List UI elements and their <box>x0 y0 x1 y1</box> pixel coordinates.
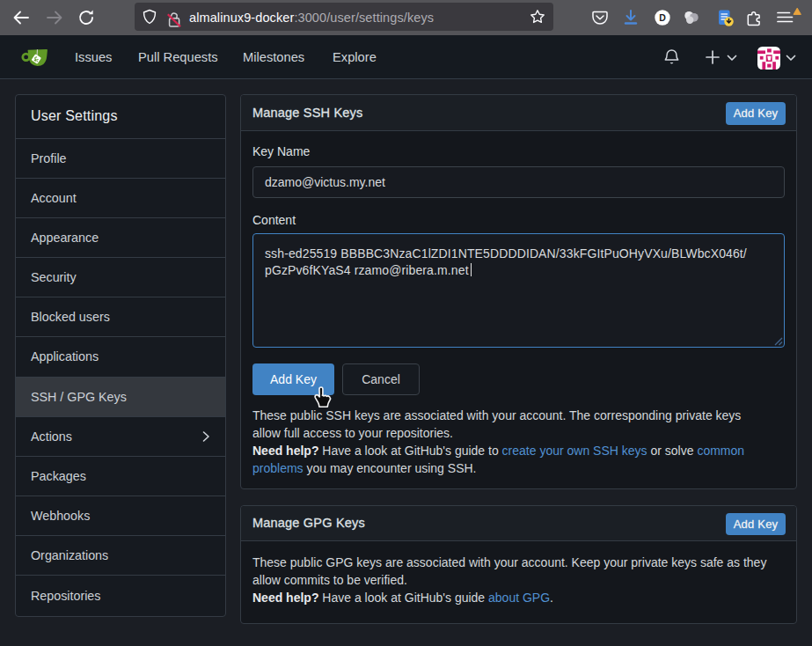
svg-text:D: D <box>659 12 666 23</box>
